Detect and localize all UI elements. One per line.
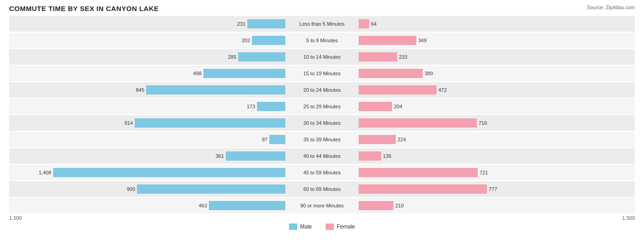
female-bar: [359, 168, 478, 177]
male-bar: [209, 201, 285, 210]
chart-source: Source: ZipAtlas.com: [587, 5, 635, 10]
right-bar-wrapper: 204: [359, 102, 635, 111]
legend-female: Female: [326, 223, 355, 230]
right-bar-wrapper: 721: [359, 168, 635, 177]
legend-male: Male: [289, 223, 312, 230]
female-value: 233: [397, 54, 415, 60]
female-bar: [359, 36, 416, 45]
left-bar-wrapper: 231: [9, 19, 285, 28]
table-row: 498 15 to 19 Minutes 389: [9, 66, 635, 81]
axis-right-label: 1,500: [589, 215, 635, 221]
right-bar-wrapper: 64: [359, 19, 635, 28]
male-value: 1,408: [36, 170, 53, 175]
left-bar-wrapper: 498: [9, 69, 285, 78]
right-bar-wrapper: 210: [359, 201, 635, 210]
female-value: 721: [478, 170, 495, 175]
female-value: 389: [423, 71, 440, 76]
left-bar-wrapper: 202: [9, 36, 285, 45]
male-value: 231: [230, 21, 247, 27]
male-bar: [238, 52, 285, 61]
row-label: 90 or more Minutes: [285, 203, 359, 208]
right-bar-wrapper: 349: [359, 36, 635, 45]
right-bar-wrapper: 136: [359, 151, 635, 161]
legend: Male Female: [9, 223, 635, 230]
male-value: 173: [240, 104, 257, 109]
female-value: 64: [369, 21, 387, 27]
male-bar: [53, 168, 285, 177]
female-value: 210: [393, 203, 411, 208]
male-value: 361: [208, 153, 226, 159]
right-bar-wrapper: 224: [359, 135, 635, 144]
female-value: 716: [477, 120, 494, 126]
table-row: 202 5 to 9 Minutes 349: [9, 33, 635, 48]
female-bar: [359, 151, 381, 161]
male-value: 285: [221, 54, 238, 60]
female-bar: [359, 85, 437, 95]
female-bar: [359, 19, 369, 28]
table-row: 97 35 to 39 Minutes 224: [9, 132, 635, 147]
female-value: 349: [416, 38, 434, 43]
left-bar-wrapper: 97: [9, 135, 285, 144]
row-label: 25 to 29 Minutes: [285, 104, 359, 109]
row-label: 20 to 24 Minutes: [285, 87, 359, 93]
row-label: 45 to 59 Minutes: [285, 170, 359, 175]
female-value: 472: [437, 87, 454, 93]
chart-area: 231 Less than 5 Minutes 64 202 5 to 9 Mi…: [9, 16, 635, 213]
female-bar: [359, 118, 477, 128]
right-bar-wrapper: 389: [359, 69, 635, 78]
male-value: 202: [235, 38, 252, 43]
row-label: 60 to 89 Minutes: [285, 186, 359, 192]
male-bar: [226, 151, 285, 161]
table-row: 1,408 45 to 59 Minutes 721: [9, 165, 635, 180]
male-bar: [257, 102, 285, 111]
male-bar: [137, 184, 285, 194]
male-value: 900: [120, 186, 137, 192]
left-bar-wrapper: 845: [9, 85, 285, 95]
table-row: 285 10 to 14 Minutes 233: [9, 49, 635, 65]
female-color-box: [326, 223, 334, 230]
male-bar: [269, 135, 285, 144]
female-bar: [359, 201, 393, 210]
right-bar-wrapper: 777: [359, 184, 635, 194]
right-bar-wrapper: 472: [359, 85, 635, 95]
table-row: 845 20 to 24 Minutes 472: [9, 82, 635, 98]
row-label: 40 to 44 Minutes: [285, 153, 359, 159]
female-bar: [359, 102, 392, 111]
table-row: 463 90 or more Minutes 210: [9, 198, 635, 213]
left-bar-wrapper: 285: [9, 52, 285, 61]
left-bar-wrapper: 173: [9, 102, 285, 111]
female-value: 224: [396, 137, 413, 142]
left-bar-wrapper: 900: [9, 184, 285, 194]
male-value: 97: [252, 137, 269, 142]
left-bar-wrapper: 914: [9, 118, 285, 128]
female-bar: [359, 184, 487, 194]
axis-row: 1,500 1,500: [9, 215, 635, 221]
table-row: 900 60 to 89 Minutes 777: [9, 181, 635, 197]
male-value: 498: [186, 71, 203, 76]
row-label: 5 to 9 Minutes: [285, 38, 359, 43]
female-value: 136: [381, 153, 398, 159]
table-row: 231 Less than 5 Minutes 64: [9, 16, 635, 32]
chart-title: COMMUTE TIME BY SEX IN CANYON LAKE: [9, 5, 159, 12]
right-bar-wrapper: 716: [359, 118, 635, 128]
female-bar: [359, 135, 396, 144]
female-bar: [359, 52, 397, 61]
table-row: 173 25 to 29 Minutes 204: [9, 99, 635, 114]
female-value: 777: [487, 186, 504, 192]
female-value: 204: [392, 104, 409, 109]
male-color-box: [289, 223, 297, 230]
male-value: 463: [191, 203, 209, 208]
female-label: Female: [337, 223, 355, 230]
male-bar: [203, 69, 285, 78]
row-label: 30 to 34 Minutes: [285, 120, 359, 126]
axis-left-label: 1,500: [9, 215, 55, 221]
male-bar: [135, 118, 285, 128]
row-label: 35 to 39 Minutes: [285, 137, 359, 142]
row-label: 15 to 19 Minutes: [285, 71, 359, 76]
table-row: 914 30 to 34 Minutes 716: [9, 115, 635, 131]
row-label: Less than 5 Minutes: [285, 21, 359, 27]
table-row: 361 40 to 44 Minutes 136: [9, 148, 635, 164]
male-value: 914: [117, 120, 135, 126]
male-value: 845: [129, 87, 146, 93]
left-bar-wrapper: 1,408: [9, 168, 285, 177]
